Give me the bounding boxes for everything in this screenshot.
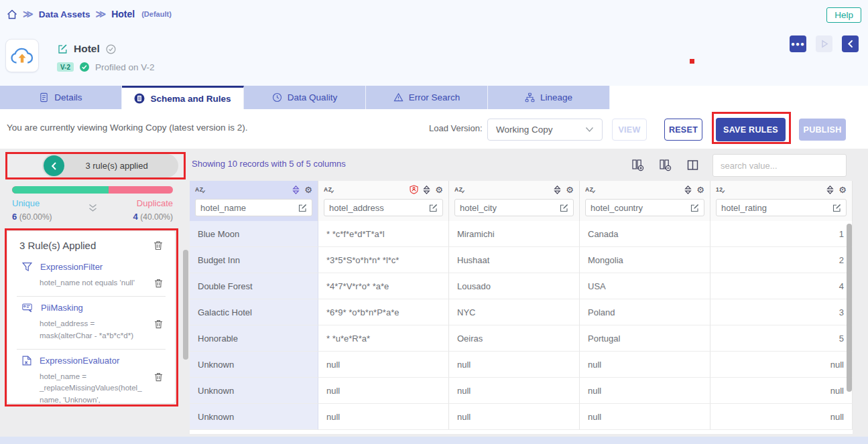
load-version-select[interactable]: Working Copy: [487, 119, 603, 141]
more-options-button[interactable]: ●●●: [790, 35, 806, 52]
cell-hotel_rating[interactable]: 2: [710, 247, 853, 273]
column-name-field[interactable]: [585, 199, 704, 216]
tab-schema-and-rules[interactable]: Schema and Rules: [122, 86, 244, 109]
remove-column-button[interactable]: [659, 159, 672, 171]
column-name-input[interactable]: [200, 203, 298, 213]
cell-hotel_country[interactable]: Portugal: [580, 325, 710, 352]
table-row[interactable]: Blue Moon* *c*f*e*d*T*a*lMiramichiCanada…: [190, 221, 853, 247]
rule-name[interactable]: ExpressionEvaluator: [40, 356, 119, 366]
expand-stats-icon[interactable]: [87, 204, 99, 212]
cell-hotel_address[interactable]: null: [318, 378, 449, 404]
cell-hotel_name[interactable]: Blue Moon: [190, 221, 318, 247]
cell-hotel_country[interactable]: null: [580, 352, 710, 378]
reset-button[interactable]: RESET: [664, 119, 702, 141]
edit-column-icon[interactable]: [298, 204, 307, 212]
horizontal-scrollbar-track[interactable]: [0, 437, 868, 444]
tab-error-search[interactable]: Error Search: [366, 86, 488, 109]
sort-icon[interactable]: [826, 186, 834, 194]
tab-details[interactable]: Details: [0, 86, 122, 109]
cell-hotel_country[interactable]: null: [580, 404, 710, 430]
tab-lineage[interactable]: Lineage: [488, 86, 610, 109]
add-column-button[interactable]: [631, 159, 644, 171]
sort-icon[interactable]: [292, 186, 300, 194]
table-row[interactable]: Unknownnullnullnullnull: [190, 378, 853, 404]
cell-hotel_rating[interactable]: 4: [710, 273, 853, 299]
collapse-button[interactable]: [842, 35, 859, 52]
cell-hotel_name[interactable]: Budget Inn: [190, 247, 318, 273]
cell-hotel_address[interactable]: * *c*f*e*d*T*a*l: [318, 221, 449, 247]
gear-icon[interactable]: ⚙: [566, 186, 574, 194]
cell-hotel_country[interactable]: Poland: [580, 299, 710, 325]
breadcrumb-data-assets[interactable]: Data Assets: [39, 9, 90, 19]
search-input[interactable]: [712, 154, 847, 177]
cell-hotel_country[interactable]: Mongolia: [580, 247, 710, 273]
cell-hotel_country[interactable]: null: [580, 378, 710, 404]
table-row[interactable]: Budget Inn*3*5*S*o*h*n* *l*c*HushaatMong…: [190, 247, 853, 273]
delete-rule-button[interactable]: [153, 318, 164, 330]
cell-hotel_country[interactable]: Canada: [580, 221, 710, 247]
cell-hotel_city[interactable]: Oeiras: [449, 325, 580, 352]
cell-hotel_address[interactable]: *6*9* *o*b*n*P*a*e: [318, 299, 449, 325]
cell-hotel_rating[interactable]: 1: [710, 221, 853, 247]
gear-icon[interactable]: ⚙: [304, 186, 312, 194]
run-button[interactable]: [816, 35, 832, 52]
cell-hotel_city[interactable]: NYC: [449, 299, 580, 325]
cell-hotel_rating[interactable]: null: [710, 352, 853, 378]
view-button[interactable]: VIEW: [612, 119, 647, 141]
cell-hotel_name[interactable]: Unknown: [190, 352, 318, 378]
edit-column-icon[interactable]: [560, 204, 568, 212]
sort-icon[interactable]: [684, 186, 692, 194]
save-rules-button[interactable]: SAVE RULES: [716, 118, 786, 141]
cell-hotel_address[interactable]: null: [318, 404, 449, 430]
cell-hotel_rating[interactable]: 5: [710, 325, 853, 352]
cell-hotel_rating[interactable]: null: [710, 404, 853, 430]
grid-scrollbar[interactable]: [847, 224, 852, 392]
cell-hotel_address[interactable]: *3*5*S*o*h*n* *l*c*: [318, 247, 449, 273]
gear-icon[interactable]: ⚙: [435, 186, 443, 194]
column-name-field[interactable]: [195, 199, 312, 216]
edit-column-icon[interactable]: [429, 204, 438, 212]
columns-view-button[interactable]: [686, 159, 699, 171]
cell-hotel_rating[interactable]: 3: [710, 299, 853, 325]
column-name-field[interactable]: [324, 199, 443, 216]
cell-hotel_rating[interactable]: null: [710, 378, 853, 404]
rule-name[interactable]: ExpressionFilter: [40, 262, 103, 272]
table-row[interactable]: Honorable* *u*e*R*a*OeirasPortugal5: [190, 325, 853, 352]
help-button[interactable]: Help: [826, 7, 861, 23]
rules-applied-pill[interactable]: 3 rule(s) applied: [42, 154, 178, 177]
edit-column-icon[interactable]: [690, 204, 699, 212]
sort-icon[interactable]: [423, 186, 430, 194]
cell-hotel_address[interactable]: * *u*e*R*a*: [318, 325, 449, 352]
edit-column-icon[interactable]: [832, 204, 841, 212]
column-name-input[interactable]: [591, 203, 690, 213]
cell-hotel_city[interactable]: Hushaat: [449, 247, 580, 273]
gear-icon[interactable]: ⚙: [839, 186, 847, 194]
column-name-input[interactable]: [329, 203, 429, 213]
cell-hotel_name[interactable]: Honorable: [190, 325, 318, 352]
cell-hotel_city[interactable]: Miramichi: [449, 221, 580, 247]
rule-name[interactable]: PiiMasking: [41, 303, 83, 313]
gear-icon[interactable]: ⚙: [696, 186, 704, 194]
home-icon[interactable]: [7, 9, 17, 19]
column-name-input[interactable]: [460, 203, 560, 213]
rules-panel-scrollbar[interactable]: [183, 250, 188, 360]
cell-hotel_city[interactable]: Lousado: [449, 273, 580, 299]
column-name-field[interactable]: [716, 199, 847, 216]
column-name-field[interactable]: [454, 199, 574, 216]
cell-hotel_city[interactable]: null: [449, 404, 580, 430]
table-row[interactable]: Double Forest*4*7*V*r*o* *a*eLousadoUSA4: [190, 273, 853, 299]
cell-hotel_name[interactable]: Unknown: [190, 404, 318, 430]
tab-data-quality[interactable]: Data Quality: [244, 86, 366, 109]
table-row[interactable]: Unknownnullnullnullnull: [190, 404, 853, 430]
breadcrumb-hotel[interactable]: Hotel: [111, 9, 135, 19]
collapse-rules-panel-button[interactable]: [44, 155, 64, 176]
delete-all-rules-button[interactable]: [152, 239, 164, 252]
cell-hotel_name[interactable]: Double Forest: [190, 273, 318, 299]
table-row[interactable]: Galactic Hotel*6*9* *o*b*n*P*a*eNYCPolan…: [190, 299, 853, 325]
cell-hotel_name[interactable]: Unknown: [190, 378, 318, 404]
edit-asset-icon[interactable]: [58, 44, 68, 54]
cell-hotel_address[interactable]: null: [318, 352, 449, 378]
cell-hotel_name[interactable]: Galactic Hotel: [190, 299, 318, 325]
publish-button[interactable]: PUBLISH: [799, 119, 846, 141]
cell-hotel_city[interactable]: null: [449, 378, 580, 404]
